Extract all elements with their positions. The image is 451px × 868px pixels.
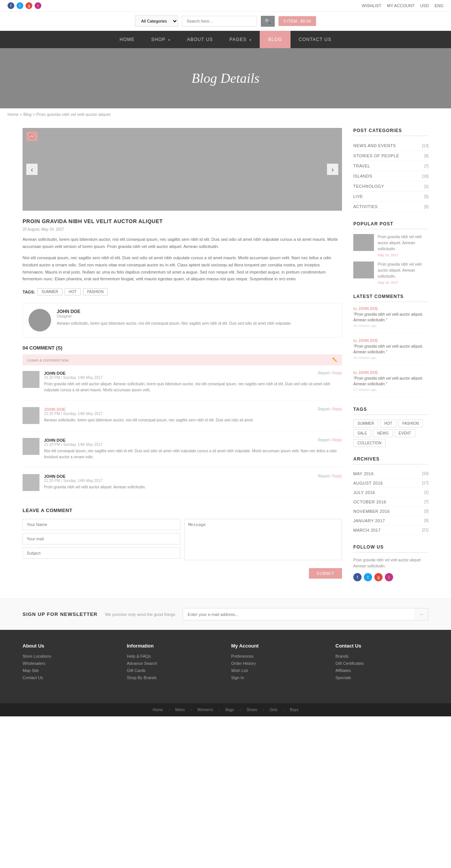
archive-jan2017[interactable]: JANUARY 2017 [9] bbox=[353, 516, 428, 526]
latest-comment-2: by JOHN DOE "Proin gravida nibh vel veli… bbox=[353, 339, 428, 365]
category-live[interactable]: LIVE [5] bbox=[353, 192, 428, 202]
next-button[interactable]: › bbox=[327, 164, 338, 175]
category-news-events[interactable]: NEWS AND EVENTS [13] bbox=[353, 141, 428, 151]
popular-title: POPULAR POST bbox=[353, 221, 428, 230]
tag-cloud-sale[interactable]: SALE bbox=[353, 429, 371, 437]
tag-cloud-summer[interactable]: SUMMER bbox=[353, 420, 378, 427]
subject-input[interactable] bbox=[23, 547, 180, 559]
category-select[interactable]: All Categories bbox=[135, 15, 178, 27]
category-activities[interactable]: ACTIVITIES [0] bbox=[353, 202, 428, 212]
reply-btn-3[interactable]: Reply bbox=[332, 438, 342, 442]
footer-bottom-boys[interactable]: Boys bbox=[290, 708, 298, 712]
latest-comment-3: by JOHN DOE "Proin gravida nibh vel veli… bbox=[353, 371, 428, 397]
nav-home[interactable]: HOME bbox=[111, 31, 143, 48]
footer-link-faq[interactable]: Help & FAQs bbox=[127, 654, 220, 658]
tag-cloud-news[interactable]: NEWS bbox=[373, 429, 393, 437]
footer-link-specials[interactable]: Specials bbox=[336, 675, 429, 680]
footer-link-store[interactable]: Store Locations bbox=[23, 654, 116, 658]
twitter-icon[interactable]: t bbox=[17, 2, 23, 9]
email-input[interactable] bbox=[23, 533, 180, 544]
category-technology[interactable]: TECHNOLOGY [1] bbox=[353, 181, 428, 192]
footer-link-mapsite[interactable]: Map Site bbox=[23, 668, 116, 673]
instagram-icon[interactable]: i bbox=[35, 2, 41, 9]
footer-link-contact[interactable]: Contact Us bbox=[23, 675, 116, 680]
popular-post-1[interactable]: Proin gravida nibh vel velit auctor aliq… bbox=[353, 234, 428, 257]
footer-bottom-shoes[interactable]: Shoes bbox=[247, 708, 257, 712]
search-button[interactable]: 🔍 bbox=[261, 16, 275, 27]
tag-cloud-collection[interactable]: COLLECTION bbox=[353, 439, 386, 447]
footer-col-title-info: Information bbox=[127, 643, 220, 649]
reply-btn-2[interactable]: Reply bbox=[332, 407, 342, 411]
breadcrumb-home[interactable]: Home bbox=[8, 112, 18, 117]
archive-jul2016[interactable]: JULY 2016 [1] bbox=[353, 488, 428, 497]
footer-link-affiliates[interactable]: Affiliates bbox=[336, 668, 429, 673]
archive-count-4: [3] bbox=[424, 509, 428, 514]
footer-link-giftcerts[interactable]: Gift Certificates bbox=[336, 661, 429, 666]
latest-comment-author-1[interactable]: JOHN DOE bbox=[358, 307, 378, 311]
leave-comment-bar[interactable]: Leave a comment now ✏️ bbox=[23, 354, 342, 365]
footer-bottom-girls[interactable]: Girls bbox=[270, 708, 278, 712]
footer-link-wishlist[interactable]: Wish List bbox=[231, 668, 324, 673]
footer-bottom-metro[interactable]: Metro bbox=[175, 708, 185, 712]
my-account-link[interactable]: MY ACCOUNT bbox=[387, 3, 415, 8]
popular-post-2[interactable]: Proin gravida nibh vel velit auctor aliq… bbox=[353, 261, 428, 284]
footer-link-orders[interactable]: Order History bbox=[231, 661, 324, 666]
archive-may2016[interactable]: MAY 2016 [10] bbox=[353, 469, 428, 479]
nav-blog[interactable]: BLOG bbox=[260, 31, 290, 48]
footer-link-signin[interactable]: Sign In bbox=[231, 675, 324, 680]
currency-selector[interactable]: USD bbox=[420, 3, 429, 8]
footer-link-brands[interactable]: Shop By Brands bbox=[127, 675, 220, 680]
follow-twitter-icon[interactable]: t bbox=[364, 573, 372, 581]
footer-link-preferences[interactable]: Preferences bbox=[231, 654, 324, 658]
footer-link-brands2[interactable]: Brands bbox=[336, 654, 429, 658]
tag-summer[interactable]: SUMMER bbox=[37, 288, 62, 295]
follow-facebook-icon[interactable]: f bbox=[353, 573, 362, 581]
facebook-icon[interactable]: f bbox=[8, 2, 14, 9]
reply-btn-1[interactable]: Reply bbox=[332, 371, 342, 375]
googleplus-icon[interactable]: g bbox=[26, 2, 32, 9]
follow-instagram-icon[interactable]: i bbox=[385, 573, 393, 581]
comment-1: JOHN DOE 21:20 PM / Sunday, 14th May 201… bbox=[23, 371, 342, 400]
tag-fashion[interactable]: FASHION bbox=[83, 288, 108, 295]
submit-button[interactable]: SUBMIT bbox=[309, 568, 342, 579]
archive-mar2017[interactable]: MARCH 2017 [21] bbox=[353, 526, 428, 535]
tag-cloud-hot[interactable]: HOT bbox=[380, 420, 396, 427]
archive-aug2016[interactable]: AUGUST 2016 [17] bbox=[353, 479, 428, 488]
tag-cloud-fashion[interactable]: FASHION bbox=[398, 420, 423, 427]
content-area: 🏠 ‹ › PROIN GRAVIDA NIBH VEL VELIT AUCTO… bbox=[23, 128, 342, 591]
footer-bottom-home[interactable]: Home bbox=[153, 708, 163, 712]
breadcrumb-blog[interactable]: Blog bbox=[23, 112, 32, 117]
nav-contact[interactable]: CONTACT US bbox=[291, 31, 340, 48]
reply-btn-4[interactable]: Reply bbox=[332, 474, 342, 478]
footer-bottom-womens[interactable]: Women's bbox=[197, 708, 213, 712]
tag-hot[interactable]: HOT bbox=[65, 288, 81, 295]
latest-comment-ago-3: 17 minutes ago bbox=[353, 388, 428, 392]
follow-googleplus-icon[interactable]: g bbox=[374, 573, 383, 581]
footer-link-giftcards[interactable]: Gift Cards bbox=[127, 668, 220, 673]
nav-pages[interactable]: PAGES ▾ bbox=[221, 31, 260, 48]
search-input[interactable] bbox=[182, 16, 257, 26]
message-textarea[interactable] bbox=[184, 519, 342, 560]
cart-button[interactable]: 0 ITEM - $0.00 bbox=[278, 16, 316, 26]
nav-about[interactable]: ABOUT US bbox=[179, 31, 221, 48]
footer-bottom-bags[interactable]: Bags bbox=[226, 708, 234, 712]
category-stories[interactable]: STORIES OF PEOPLE [9] bbox=[353, 151, 428, 161]
social-icons: f t g i bbox=[8, 2, 41, 9]
footer-link-wholesalers[interactable]: Wholesalers bbox=[23, 661, 116, 666]
category-islands[interactable]: ISLANDS [18] bbox=[353, 171, 428, 181]
category-travel[interactable]: TRAVEL [7] bbox=[353, 161, 428, 171]
language-selector[interactable]: ENG bbox=[434, 3, 443, 8]
footer-link-search[interactable]: Advance Search bbox=[127, 661, 220, 666]
archive-oct2016[interactable]: OCTOBER 2016 [7] bbox=[353, 497, 428, 507]
wishlist-link[interactable]: WISHLIST bbox=[362, 3, 381, 8]
nav-shop[interactable]: SHOP ▾ bbox=[143, 31, 179, 48]
cat-name-4: TECHNOLOGY bbox=[353, 184, 384, 188]
newsletter-input[interactable] bbox=[183, 608, 414, 620]
archive-nov2016[interactable]: NOVEMBER 2016 [3] bbox=[353, 507, 428, 516]
name-input[interactable] bbox=[23, 519, 180, 530]
prev-button[interactable]: ‹ bbox=[26, 164, 38, 175]
newsletter-submit[interactable]: → bbox=[414, 608, 428, 620]
tag-cloud-event[interactable]: EVENT bbox=[395, 429, 415, 437]
latest-comment-author-2[interactable]: JOHN DOE bbox=[358, 339, 378, 343]
latest-comment-author-3[interactable]: JOHN DOE bbox=[358, 371, 378, 375]
